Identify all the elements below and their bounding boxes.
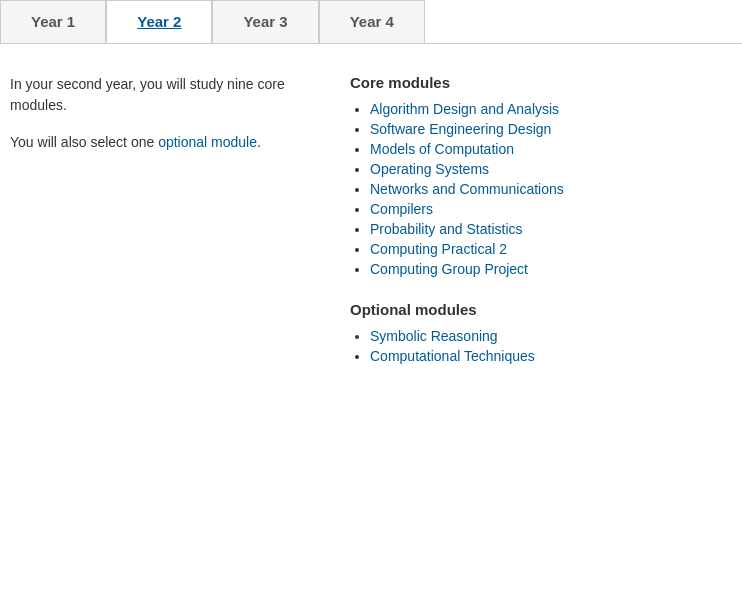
tab-year2[interactable]: Year 2 xyxy=(106,0,212,43)
list-item: Computing Practical 2 xyxy=(370,241,732,257)
list-item: Computing Group Project xyxy=(370,261,732,277)
module-link[interactable]: Symbolic Reasoning xyxy=(370,328,498,344)
tab-year1[interactable]: Year 1 xyxy=(0,0,106,43)
list-item: Models of Computation xyxy=(370,141,732,157)
tab-bar: Year 1 Year 2 Year 3 Year 4 xyxy=(0,0,742,44)
optional-modules-list: Symbolic Reasoning Computational Techniq… xyxy=(350,328,732,364)
list-item: Software Engineering Design xyxy=(370,121,732,137)
list-item: Probability and Statistics xyxy=(370,221,732,237)
optional-link[interactable]: optional module xyxy=(158,134,257,150)
list-item: Algorithm Design and Analysis xyxy=(370,101,732,117)
list-item: Operating Systems xyxy=(370,161,732,177)
core-modules-title: Core modules xyxy=(350,74,732,91)
tab-year4[interactable]: Year 4 xyxy=(319,0,425,43)
right-panel: Core modules Algorithm Design and Analys… xyxy=(350,74,732,388)
left-panel: In your second year, you will study nine… xyxy=(10,74,310,388)
module-link[interactable]: Computing Practical 2 xyxy=(370,241,507,257)
intro-text: In your second year, you will study nine… xyxy=(10,74,310,116)
core-modules-list: Algorithm Design and Analysis Software E… xyxy=(350,101,732,277)
module-link[interactable]: Software Engineering Design xyxy=(370,121,551,137)
module-link[interactable]: Models of Computation xyxy=(370,141,514,157)
module-link[interactable]: Compilers xyxy=(370,201,433,217)
module-link[interactable]: Operating Systems xyxy=(370,161,489,177)
list-item: Compilers xyxy=(370,201,732,217)
list-item: Computational Techniques xyxy=(370,348,732,364)
tab-year3[interactable]: Year 3 xyxy=(212,0,318,43)
module-link[interactable]: Networks and Communications xyxy=(370,181,564,197)
list-item: Networks and Communications xyxy=(370,181,732,197)
module-link[interactable]: Probability and Statistics xyxy=(370,221,523,237)
module-link[interactable]: Computational Techniques xyxy=(370,348,535,364)
list-item: Symbolic Reasoning xyxy=(370,328,732,344)
optional-modules-title: Optional modules xyxy=(350,301,732,318)
module-link[interactable]: Algorithm Design and Analysis xyxy=(370,101,559,117)
module-link[interactable]: Computing Group Project xyxy=(370,261,528,277)
optional-text: You will also select one optional module… xyxy=(10,132,310,153)
main-content: In your second year, you will study nine… xyxy=(0,44,742,408)
